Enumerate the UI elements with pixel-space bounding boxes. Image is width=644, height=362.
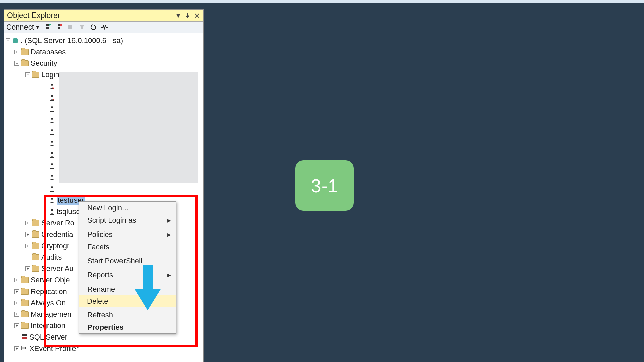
node-label: XEvent Profiler: [29, 344, 79, 353]
panel-titlebar: Object Explorer ▾: [4, 10, 203, 22]
expand-icon[interactable]: +: [14, 278, 19, 282]
submenu-arrow-icon: ▶: [167, 232, 171, 237]
expand-icon[interactable]: +: [14, 301, 19, 305]
svg-point-9: [51, 118, 53, 120]
svg-point-8: [51, 106, 53, 108]
add-server-icon[interactable]: [44, 23, 51, 31]
panel-title-text: Object Explorer: [7, 11, 172, 20]
user-icon: [49, 209, 55, 215]
expand-icon[interactable]: +: [14, 312, 19, 317]
user-icon: [49, 197, 55, 203]
collapse-icon[interactable]: −: [14, 61, 19, 66]
folder-icon: [32, 254, 39, 260]
svg-point-12: [51, 152, 53, 154]
collapse-icon[interactable]: −: [25, 72, 30, 77]
submenu-arrow-icon: ▶: [167, 218, 171, 223]
folder-icon: [32, 220, 39, 226]
node-label: Server Obje: [31, 276, 70, 285]
user-disabled-icon: [49, 95, 55, 101]
menu-separator: [82, 308, 173, 308]
folder-icon: [32, 72, 39, 78]
expand-icon[interactable]: +: [25, 232, 30, 237]
node-label: Managemen: [31, 310, 71, 319]
close-icon[interactable]: [193, 12, 201, 19]
svg-point-17: [51, 209, 53, 211]
svg-point-11: [51, 141, 53, 143]
expand-icon[interactable]: +: [25, 221, 30, 225]
svg-rect-18: [22, 337, 27, 339]
user-icon: [49, 140, 55, 146]
user-icon: [49, 152, 55, 158]
activity-icon[interactable]: [101, 23, 108, 31]
databases-node[interactable]: + Databases: [6, 46, 202, 58]
server-label: . (SQL Server 16.0.1000.6 - sa): [20, 36, 123, 45]
expand-icon[interactable]: +: [25, 244, 30, 248]
expand-icon[interactable]: +: [14, 346, 19, 351]
node-label: SQL Server: [29, 333, 67, 342]
sql-agent-icon: [21, 333, 27, 342]
login-item[interactable]: [6, 183, 202, 195]
user-icon: [49, 117, 55, 123]
user-disabled-icon: [49, 83, 55, 89]
xevent-node[interactable]: + XEvent Profiler: [6, 343, 202, 354]
svg-rect-4: [68, 25, 72, 29]
folder-icon: [21, 311, 29, 317]
folder-icon: [21, 49, 29, 55]
menu-new-login[interactable]: New Login...: [79, 202, 176, 214]
menu-powershell[interactable]: Start PowerShell: [79, 255, 176, 267]
menu-separator: [82, 254, 173, 254]
pin-icon[interactable]: [184, 12, 191, 19]
svg-point-7: [51, 95, 53, 97]
step-badge: 3-1: [295, 160, 354, 211]
server-icon: [12, 38, 18, 44]
user-icon: [49, 174, 55, 180]
server-node[interactable]: − . (SQL Server 16.0.1000.6 - sa): [6, 35, 202, 46]
remove-server-icon[interactable]: [55, 23, 63, 31]
security-node[interactable]: − Security: [6, 58, 202, 69]
chevron-down-icon: ▼: [35, 24, 40, 30]
refresh-icon[interactable]: [90, 23, 97, 31]
menu-facets[interactable]: Facets: [79, 241, 176, 253]
expand-icon[interactable]: +: [14, 323, 19, 328]
menu-refresh[interactable]: Refresh: [79, 309, 176, 321]
expand-icon[interactable]: +: [14, 50, 19, 54]
menu-separator: [82, 227, 173, 227]
menu-script-login[interactable]: Script Login as▶: [79, 214, 176, 226]
login-context-menu: New Login... Script Login as▶ Policies▶ …: [79, 201, 176, 334]
menu-policies[interactable]: Policies▶: [79, 228, 176, 241]
svg-rect-2: [58, 24, 60, 26]
menu-reports[interactable]: Reports▶: [79, 269, 176, 281]
menu-delete[interactable]: Delete: [79, 295, 176, 307]
folder-icon: [21, 300, 29, 306]
object-explorer-toolbar: Connect ▼: [4, 22, 203, 33]
expand-icon[interactable]: +: [25, 266, 30, 271]
databases-label: Databases: [31, 48, 66, 56]
submenu-arrow-icon: ▶: [167, 272, 171, 278]
stop-icon[interactable]: [67, 23, 74, 31]
menu-separator: [82, 282, 173, 282]
svg-point-15: [51, 186, 53, 188]
menu-properties[interactable]: Properties: [79, 321, 176, 333]
folder-icon: [21, 277, 29, 283]
folder-icon: [21, 323, 29, 329]
node-label: Replication: [31, 287, 67, 296]
svg-rect-3: [58, 27, 60, 29]
folder-icon: [21, 60, 29, 66]
connect-button[interactable]: Connect ▼: [6, 23, 40, 32]
menu-rename[interactable]: Rename: [79, 283, 176, 295]
filter-icon[interactable]: [78, 23, 86, 31]
expand-icon[interactable]: +: [14, 289, 19, 294]
menu-separator: [82, 268, 173, 268]
folder-icon: [32, 266, 39, 272]
svg-rect-0: [46, 24, 49, 26]
node-label: Audits: [41, 253, 62, 262]
collapse-icon[interactable]: −: [6, 38, 10, 43]
node-label: Server Au: [41, 264, 74, 273]
node-label: Credentia: [41, 230, 73, 239]
svg-point-13: [51, 163, 53, 165]
svg-point-14: [51, 175, 53, 177]
dropdown-icon[interactable]: ▾: [175, 12, 182, 19]
svg-rect-19: [22, 334, 27, 336]
app-topbar: [0, 0, 644, 3]
node-label: Server Ro: [41, 219, 75, 227]
